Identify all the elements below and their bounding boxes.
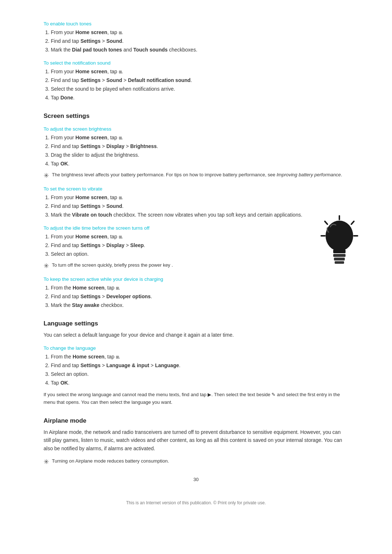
list-item: Tap OK. [51, 379, 348, 387]
idle-time-section: To adjust the idle time before the scree… [44, 225, 348, 270]
list-item: Mark the Stay awake checkbox. [51, 301, 348, 309]
change-language-section: To change the language From the Home scr… [44, 345, 348, 406]
svg-rect-4 [335, 261, 344, 264]
tip-text: Turning on Airplane mode reduces battery… [52, 457, 169, 465]
idle-time-tip: ✳ To turn off the screen quickly, briefl… [44, 262, 348, 270]
list-item: From your Home screen, tap ⊞. [51, 233, 348, 241]
change-language-heading: To change the language [44, 345, 348, 351]
change-language-steps: From the Home screen, tap ⊞. Find and ta… [51, 353, 348, 387]
screen-settings-heading: Screen settings [44, 112, 348, 120]
svg-line-6 [351, 221, 354, 224]
airplane-tip: ✳ Turning on Airplane mode reduces batte… [44, 457, 348, 466]
list-item: Drag the slider to adjust the brightness… [51, 151, 348, 159]
brightness-tip: ✳ The brightness level affects your batt… [44, 171, 348, 180]
svg-point-0 [326, 221, 353, 251]
list-item: Tap Done. [51, 94, 348, 102]
list-item: Find and tap Settings > Display > Sleep. [51, 242, 348, 249]
touch-tones-heading: To enable touch tones [44, 21, 348, 26]
language-intro: You can select a default language for yo… [44, 331, 348, 339]
vibrate-heading: To set the screen to vibrate [44, 186, 348, 192]
list-item: Select an option. [51, 370, 348, 378]
touch-tones-steps: From your Home screen, tap ⊞. Find and t… [51, 29, 348, 54]
list-item: From the Home screen, tap ⊞. [51, 284, 348, 292]
list-item: Find and tap Settings > Developer option… [51, 293, 348, 300]
page-content: To enable touch tones From your Home scr… [44, 21, 348, 505]
keep-active-section: To keep the screen active while your dev… [44, 276, 348, 309]
list-item: From your Home screen, tap ⊞. [51, 194, 348, 201]
screen-settings-section: Screen settings [44, 112, 348, 309]
airplane-mode-section: Airplane mode In Airplane mode, the netw… [44, 417, 348, 466]
tip-text: The brightness level affects your batter… [52, 171, 342, 178]
list-item: Select an option. [51, 250, 348, 258]
keep-active-heading: To keep the screen active while your dev… [44, 276, 348, 282]
list-item: Find and tap Settings > Language & input… [51, 362, 348, 369]
list-item: Tap OK. [51, 160, 348, 168]
touch-tones-section: To enable touch tones From your Home scr… [44, 21, 348, 54]
list-item: Mark the Dial pad touch tones and Touch … [51, 46, 348, 54]
language-note: If you select the wrong language and can… [44, 391, 348, 406]
notification-sound-section: To select the notification sound From yo… [44, 60, 348, 102]
brightness-steps: From your Home screen, tap ⊞. Find and t… [51, 134, 348, 168]
tip-icon: ✳ [44, 172, 49, 180]
svg-rect-2 [333, 254, 346, 257]
airplane-mode-heading: Airplane mode [44, 417, 348, 424]
idle-time-heading: To adjust the idle time before the scree… [44, 225, 348, 231]
brightness-heading: To adjust the screen brightness [44, 126, 348, 132]
tip-text: To turn off the screen quickly, briefly … [52, 262, 173, 269]
list-item: Find and tap Settings > Display > Bright… [51, 143, 348, 150]
svg-line-7 [325, 221, 327, 224]
list-item: Find and tap Settings > Sound > Default … [51, 77, 348, 84]
list-item: From your Home screen, tap ⊞. [51, 68, 348, 75]
brightness-section: To adjust the screen brightness From you… [44, 126, 348, 180]
list-item: Find and tap Settings > Sound. [51, 202, 348, 210]
list-item: Select the sound to be played when notif… [51, 85, 348, 93]
svg-rect-3 [334, 258, 345, 260]
list-item: Find and tap Settings > Sound. [51, 37, 348, 45]
list-item: Mark the Vibrate on touch checkbox. The … [51, 211, 348, 219]
tip-icon: ✳ [44, 262, 49, 270]
lightbulb-illustration [319, 214, 363, 272]
svg-rect-1 [333, 250, 346, 253]
language-settings-section: Language settings You can select a defau… [44, 320, 348, 406]
page-footer: This is an Internet version of this publ… [44, 500, 348, 505]
page-number: 30 [44, 477, 348, 482]
list-item: From your Home screen, tap ⊞. [51, 134, 348, 141]
tip-icon: ✳ [44, 458, 49, 466]
list-item: From the Home screen, tap ⊞. [51, 353, 348, 361]
list-item: From your Home screen, tap ⊞. [51, 29, 348, 36]
vibrate-section: To set the screen to vibrate From your H… [44, 186, 348, 219]
vibrate-steps: From your Home screen, tap ⊞. Find and t… [51, 194, 348, 219]
notification-sound-steps: From your Home screen, tap ⊞. Find and t… [51, 68, 348, 102]
airplane-intro: In Airplane mode, the network and radio … [44, 428, 348, 452]
language-settings-heading: Language settings [44, 320, 348, 327]
idle-time-steps: From your Home screen, tap ⊞. Find and t… [51, 233, 348, 258]
keep-active-steps: From the Home screen, tap ⊞. Find and ta… [51, 284, 348, 309]
notification-sound-heading: To select the notification sound [44, 60, 348, 66]
